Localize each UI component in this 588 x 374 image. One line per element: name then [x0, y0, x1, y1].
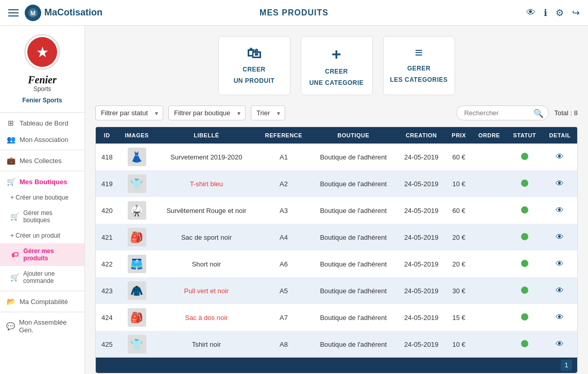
- sidebar-divider-5: [0, 312, 84, 312]
- filter-trier[interactable]: Trier: [251, 105, 285, 120]
- cell-statut: [507, 144, 543, 170]
- cell-boutique: Boutique de l'adhérent: [310, 304, 396, 331]
- cell-ordre: [472, 277, 506, 304]
- product-image: 🎒: [128, 228, 146, 246]
- action-cards: 🛍 CREER UN PRODUIT + CREER UNE CATEGORIE…: [95, 36, 578, 95]
- filter-boutique-wrap: Filtrer par boutique: [168, 105, 246, 120]
- cell-detail[interactable]: 👁: [543, 251, 577, 277]
- table-row: 423 🧥 Pull vert et noir A5 Boutique de l…: [96, 277, 577, 304]
- cell-id: 420: [96, 197, 118, 224]
- cell-ordre: [472, 144, 506, 170]
- sidebar-item-comptabilite[interactable]: 📂 Ma Comptabilité: [0, 293, 84, 310]
- creer-produit-label: + Créer un produit: [10, 232, 60, 239]
- cell-detail[interactable]: 👁: [543, 170, 577, 197]
- logo[interactable]: M MaCotisation: [25, 5, 102, 21]
- cell-detail[interactable]: 👁: [543, 224, 577, 251]
- org-sub: Sports: [33, 85, 51, 93]
- sidebar-label-tableau: Tableau de Bord: [20, 119, 68, 127]
- eye-icon[interactable]: 👁: [526, 7, 535, 18]
- comptabilite-icon: 📂: [6, 297, 15, 306]
- sidebar-item-assemblee[interactable]: 💬 Mon Assemblée Gen.: [0, 314, 84, 338]
- sidebar-item-boutiques[interactable]: 🛒 Mes Boutiques: [0, 173, 84, 190]
- org-link[interactable]: Fenier Sports: [22, 97, 62, 104]
- gerer-produits-label: Gérer mes produits: [23, 247, 78, 262]
- association-icon: 👥: [6, 135, 15, 144]
- table-row: 425 👕 Tshirt noir A8 Boutique de l'adhér…: [96, 331, 577, 358]
- detail-eye-icon[interactable]: 👁: [556, 233, 564, 241]
- gerer-boutiques-label: Gérer mes boutiques: [23, 209, 78, 224]
- cell-detail[interactable]: 👁: [543, 304, 577, 331]
- filter-statut[interactable]: Filtrer par statut: [95, 105, 163, 120]
- cell-detail[interactable]: 👁: [543, 277, 577, 304]
- search-icon[interactable]: 🔍: [533, 108, 544, 118]
- sidebar-item-association[interactable]: 👥 Mon Association: [0, 131, 84, 148]
- detail-eye-icon[interactable]: 👁: [556, 179, 564, 188]
- hamburger-menu[interactable]: [8, 9, 19, 16]
- cell-ref: A3: [257, 197, 310, 224]
- action-card-creer-produit[interactable]: 🛍 CREER UN PRODUIT: [218, 36, 290, 95]
- cell-prix: 30 €: [446, 277, 472, 304]
- cell-boutique: Boutique de l'adhérent: [310, 170, 396, 197]
- cell-prix: 20 €: [446, 224, 472, 251]
- sidebar-item-creer-produit[interactable]: + Créer un produit: [0, 228, 84, 243]
- cell-libelle[interactable]: T-shirt bleu: [155, 170, 257, 197]
- table-row: 418 👗 Survetement 2019-2020 A1 Boutique …: [96, 144, 577, 170]
- status-dot: [521, 313, 528, 320]
- cell-libelle[interactable]: Pull vert et noir: [155, 277, 257, 304]
- cell-detail[interactable]: 👁: [543, 197, 577, 224]
- sidebar-item-collectes[interactable]: 💼 Mes Collectes: [0, 152, 84, 169]
- cell-id: 419: [96, 170, 118, 197]
- sidebar: ★ Fenier Sports Fenier Sports ⊞ Tableau …: [0, 26, 85, 374]
- info-icon[interactable]: ℹ: [544, 7, 547, 19]
- detail-eye-icon[interactable]: 👁: [556, 286, 564, 295]
- filters-bar: Filtrer par statut Filtrer par boutique …: [95, 105, 578, 120]
- cell-prix: 10 €: [446, 170, 472, 197]
- detail-eye-icon[interactable]: 👁: [556, 152, 564, 161]
- header-right: 👁 ℹ ⚙ ↪: [526, 7, 580, 19]
- detail-eye-icon[interactable]: 👁: [556, 340, 564, 348]
- cell-creation: 24-05-2019: [397, 197, 446, 224]
- table-row: 420 🥋 Survêtement Rouge et noir A3 Bouti…: [96, 197, 577, 224]
- page-num-1[interactable]: 1: [561, 360, 572, 371]
- logo-icon: M: [25, 5, 41, 21]
- settings-icon[interactable]: ⚙: [556, 7, 564, 19]
- action-line1-0: CREER: [243, 66, 266, 73]
- sidebar-divider-1: [0, 112, 84, 113]
- sidebar-item-creer-boutique[interactable]: + Créer une boutique: [0, 190, 84, 205]
- cell-prix: 15 €: [446, 304, 472, 331]
- detail-eye-icon[interactable]: 👁: [556, 259, 564, 268]
- cell-libelle[interactable]: Sac à dos noir: [155, 304, 257, 331]
- cell-ordre: [472, 197, 506, 224]
- status-dot: [521, 153, 528, 160]
- sidebar-item-gerer-boutiques[interactable]: 🛒 Gérer mes boutiques: [0, 205, 84, 228]
- cell-creation: 24-05-2019: [397, 251, 446, 277]
- cell-prix: 60 €: [446, 144, 472, 170]
- sidebar-item-ajouter-commande[interactable]: 🛒 Ajouter une commande: [0, 266, 84, 289]
- cell-ordre: [472, 251, 506, 277]
- sidebar-divider-2: [0, 150, 84, 150]
- cell-detail[interactable]: 👁: [543, 331, 577, 358]
- logo-text: MaCotisation: [44, 7, 102, 18]
- cell-id: 421: [96, 224, 118, 251]
- status-dot: [521, 206, 528, 213]
- cell-prix: 20 €: [446, 251, 472, 277]
- detail-eye-icon[interactable]: 👁: [556, 313, 564, 322]
- detail-eye-icon[interactable]: 👁: [556, 206, 564, 215]
- filter-boutique[interactable]: Filtrer par boutique: [168, 105, 246, 120]
- logout-icon[interactable]: ↪: [572, 7, 580, 19]
- sidebar-item-tableau[interactable]: ⊞ Tableau de Bord: [0, 115, 84, 131]
- table-header-row: ID IMAGES LIBELLÉ REFERENCE BOUTIQUE CRE…: [96, 127, 577, 144]
- cell-detail[interactable]: 👁: [543, 144, 577, 170]
- cell-ref: A7: [257, 304, 310, 331]
- total-label: Total : 8: [554, 109, 578, 117]
- top-header: M MaCotisation MES PRODUITS 👁 ℹ ⚙ ↪: [0, 0, 588, 26]
- action-card-gerer-categories[interactable]: ≡ GERER LES CATEGORIES: [383, 36, 455, 95]
- cell-image: 🧥: [118, 277, 155, 304]
- cell-ref: A6: [257, 251, 310, 277]
- sidebar-label-boutiques: Mes Boutiques: [20, 178, 67, 186]
- product-image: 👕: [128, 335, 146, 353]
- gerer-boutiques-icon: 🛒: [10, 212, 19, 221]
- action-card-creer-categorie[interactable]: + CREER UNE CATEGORIE: [301, 36, 373, 95]
- sidebar-item-gerer-produits[interactable]: 🏷 Gérer mes produits: [0, 243, 84, 266]
- th-boutique: BOUTIQUE: [310, 127, 396, 144]
